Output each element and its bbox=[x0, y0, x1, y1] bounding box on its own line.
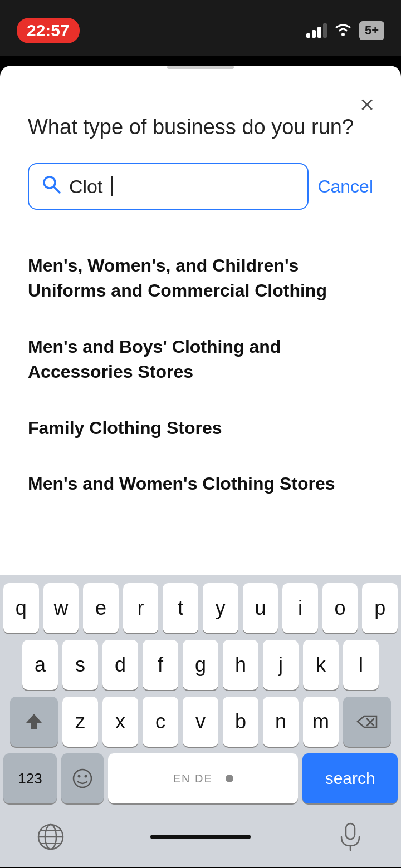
key-e[interactable]: e bbox=[83, 583, 119, 633]
keyboard-row-2: a s d f g h j k l bbox=[3, 640, 398, 690]
key-w[interactable]: w bbox=[43, 583, 79, 633]
svg-rect-14 bbox=[346, 823, 355, 839]
key-c[interactable]: c bbox=[143, 697, 178, 747]
delete-key[interactable] bbox=[343, 697, 391, 747]
shift-key[interactable] bbox=[10, 697, 58, 747]
key-n[interactable]: n bbox=[263, 697, 299, 747]
list-item[interactable]: Men's, Women's, and Children's Uniforms … bbox=[0, 238, 401, 319]
list-item[interactable]: Family Clothing Stores bbox=[0, 400, 401, 456]
key-q[interactable]: q bbox=[3, 583, 39, 633]
key-h[interactable]: h bbox=[223, 640, 258, 690]
key-b[interactable]: b bbox=[223, 697, 258, 747]
key-p[interactable]: p bbox=[362, 583, 398, 633]
key-v[interactable]: v bbox=[183, 697, 218, 747]
home-indicator bbox=[150, 835, 251, 839]
close-button[interactable]: × bbox=[360, 92, 374, 117]
key-j[interactable]: j bbox=[263, 640, 299, 690]
cancel-button[interactable]: Cancel bbox=[317, 176, 373, 197]
battery-icon: 5+ bbox=[359, 21, 384, 40]
result-text: Men's, Women's, and Children's Uniforms … bbox=[28, 255, 327, 300]
keyboard-row-4: 123 EN DE search bbox=[3, 753, 398, 803]
globe-key[interactable] bbox=[26, 816, 76, 858]
svg-point-8 bbox=[85, 775, 87, 778]
key-l[interactable]: l bbox=[343, 640, 379, 690]
svg-line-2 bbox=[54, 187, 60, 193]
list-item[interactable]: Men's and Women's Clothing Stores bbox=[0, 456, 401, 512]
key-u[interactable]: u bbox=[243, 583, 278, 633]
search-input[interactable]: Clot bbox=[69, 176, 102, 198]
keyboard-row-3: z x c v b n m bbox=[3, 697, 398, 747]
result-text: Men's and Boys' Clothing and Accessories… bbox=[28, 337, 281, 382]
search-box[interactable]: Clot bbox=[28, 163, 309, 210]
search-container: Clot Cancel bbox=[28, 163, 373, 210]
key-r[interactable]: r bbox=[123, 583, 159, 633]
key-x[interactable]: x bbox=[102, 697, 138, 747]
numbers-key[interactable]: 123 bbox=[3, 753, 57, 803]
drag-handle[interactable] bbox=[167, 66, 234, 69]
key-t[interactable]: t bbox=[163, 583, 198, 633]
search-key[interactable]: search bbox=[302, 753, 398, 803]
result-text: Family Clothing Stores bbox=[28, 418, 222, 438]
key-i[interactable]: i bbox=[282, 583, 318, 633]
modal-title: What type of business do you run? bbox=[28, 114, 373, 141]
space-language: EN DE bbox=[173, 772, 233, 785]
key-z[interactable]: z bbox=[62, 697, 98, 747]
keyboard: q w e r t y u i o p a s d f g h j k l bbox=[0, 575, 401, 867]
results-list: Men's, Women's, and Children's Uniforms … bbox=[0, 238, 401, 512]
wifi-icon bbox=[334, 22, 353, 40]
cursor bbox=[111, 176, 113, 196]
space-key[interactable]: EN DE bbox=[108, 753, 298, 803]
status-icons: 5+ bbox=[306, 21, 384, 40]
status-time: 22:57 bbox=[17, 18, 80, 43]
search-key-label: search bbox=[325, 769, 375, 788]
list-item[interactable]: Men's and Boys' Clothing and Accessories… bbox=[0, 319, 401, 400]
search-icon bbox=[41, 174, 61, 199]
modal-sheet: × What type of business do you run? Clot… bbox=[0, 66, 401, 867]
microphone-key[interactable] bbox=[325, 816, 375, 858]
emoji-key[interactable] bbox=[61, 753, 104, 803]
key-o[interactable]: o bbox=[322, 583, 358, 633]
status-bar: 22:57 5+ bbox=[0, 0, 401, 56]
keyboard-bottom-row bbox=[3, 810, 398, 867]
key-f[interactable]: f bbox=[143, 640, 178, 690]
key-m[interactable]: m bbox=[303, 697, 339, 747]
svg-point-0 bbox=[341, 33, 345, 36]
key-y[interactable]: y bbox=[203, 583, 238, 633]
key-k[interactable]: k bbox=[303, 640, 339, 690]
key-a[interactable]: a bbox=[22, 640, 58, 690]
result-text: Men's and Women's Clothing Stores bbox=[28, 474, 335, 494]
svg-point-6 bbox=[74, 770, 91, 787]
key-s[interactable]: s bbox=[62, 640, 98, 690]
svg-marker-3 bbox=[26, 714, 42, 729]
numbers-label: 123 bbox=[18, 770, 42, 787]
lang-dot bbox=[226, 775, 233, 782]
keyboard-row-1: q w e r t y u i o p bbox=[3, 583, 398, 633]
key-d[interactable]: d bbox=[102, 640, 138, 690]
key-g[interactable]: g bbox=[183, 640, 218, 690]
svg-point-7 bbox=[78, 775, 81, 778]
signal-icon bbox=[306, 23, 327, 38]
